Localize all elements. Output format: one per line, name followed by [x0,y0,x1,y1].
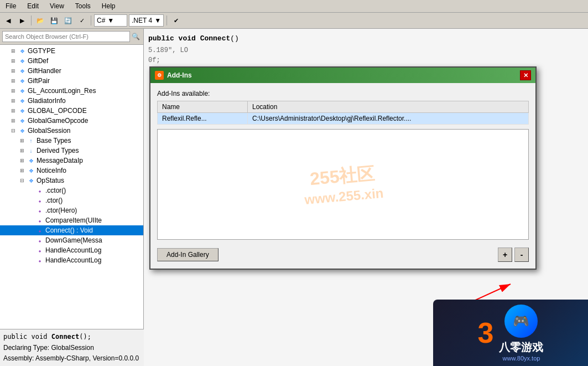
remove-button[interactable]: - [514,248,529,262]
tree-item-giftpair[interactable]: ⊞ ❖ GiftPair [0,76,143,86]
run-button[interactable]: ✔ [170,14,182,27]
tree-item-basetypes[interactable]: ⊞ ↑ Base Types [0,136,143,146]
tree-item-gifthandler[interactable]: ⊞ ❖ GiftHandler [0,66,143,76]
bottom-declaring-type: Declaring Type: GlobalSession [3,343,141,353]
net-dropdown[interactable]: .NET 4 ▼ [129,14,164,27]
dialog-close-button[interactable]: ✕ [520,70,531,80]
label-cctor: .cctor() [45,187,66,194]
tree-item-ggtype[interactable]: ⊞ ❖ GGTYPE [0,46,143,56]
label-glaccountlogin: GL_AccountLogin_Res [28,87,96,95]
separator-3 [166,16,167,25]
tree-item-cctor[interactable]: ⬥ .cctor() [0,185,143,195]
bottom-public: public void [3,333,51,341]
expander-gladiatorinfo: ⊞ [9,96,18,105]
expander-ctor-hero [27,206,35,215]
declaring-type-value: GlobalSession [51,344,94,352]
tree-item-globalsession[interactable]: ⊟ ❖ GlobalSession [0,126,143,136]
refresh-button[interactable]: 🔄 [62,14,74,27]
class-icon-globalgameopcode: ❖ [18,116,27,125]
expander-glaccountlogin: ⊞ [9,86,18,95]
code-method-name: Connect [200,34,231,43]
add-ins-dialog[interactable]: ⚙ Add-Ins ✕ Add-Ins available: Name Loca… [149,66,537,270]
tree-item-giftdef[interactable]: ⊞ ❖ GiftDef [0,56,143,66]
addins-table: Name Location Reflexil.Refle... C:\Users… [157,101,529,125]
tree-item-downgame[interactable]: ⬥ DownGame(Messa [0,235,143,245]
tree-item-handleaccountlog1[interactable]: ⬥ HandleAccountLog [0,245,143,255]
dialog-watermark-2: www.255.xin [304,185,384,208]
tree-item-globalopcode[interactable]: ⊞ ❖ GLOBAL_OPCODE [0,106,143,116]
forward-button[interactable]: ▶ [16,14,28,27]
class-icon-gladiatorinfo: ❖ [18,96,27,105]
label-handleaccountlog1: HandleAccountLog [45,246,101,254]
add-remove-buttons: + - [498,248,529,262]
label-ctor-hero: .ctor(Hero) [45,207,77,214]
tree-area[interactable]: ⊞ ❖ GGTYPE ⊞ ❖ GiftDef ⊞ ❖ GiftHandler ⊞… [0,45,143,366]
table-row[interactable]: Reflexil.Refle... C:\Users\Administrator… [158,113,529,125]
code-secondary-1: 5.189", LO [148,47,584,54]
tree-item-glaccountlogin[interactable]: ⊞ ❖ GL_AccountLogin_Res [0,86,143,96]
label-basetypes: Base Types [37,137,71,145]
ns-icon-opstatus: ❖ [27,176,35,185]
expander-globalsession: ⊟ [9,126,18,135]
bottom-info-panel: public void Connect(); Declaring Type: G… [0,329,144,366]
icon-derivedtypes: ↓ [27,146,35,155]
expander-opstatus: ⊟ [18,176,27,185]
tree-item-handleaccountlog2[interactable]: ⬥ HandleAccountLog [0,255,143,265]
declaring-type-label: Declaring Type: [3,344,51,352]
expander-basetypes: ⊞ [18,136,27,145]
expander-handleaccountlog1 [27,246,35,255]
menu-edit[interactable]: Edit [24,1,42,11]
tree-item-connect[interactable]: ⬥ Connect() : Void [0,225,143,235]
search-bar: 🔍 [0,29,143,45]
dialog-title-area: ⚙ Add-Ins [155,71,192,80]
label-globalgameopcode: GlobalGameOpcode [28,117,88,125]
label-opstatus: OpStatus [37,177,64,184]
expander-connect [27,226,35,235]
ns-icon-globalsession: ❖ [18,126,27,135]
dialog-available-label: Add-Ins available: [157,90,529,97]
label-messagedataip: MessageDataIp [37,157,83,164]
save-button[interactable]: 💾 [48,14,60,27]
tree-item-opstatus[interactable]: ⊟ ❖ OpStatus [0,176,143,185]
language-dropdown[interactable]: C# ▼ [94,14,127,27]
add-button[interactable]: + [498,248,512,262]
tree-item-derivedtypes[interactable]: ⊞ ↓ Derived Types [0,146,143,156]
menu-file[interactable]: File [2,1,19,11]
method-icon-ctor-hero: ⬥ [35,206,44,215]
expander-gifthandler: ⊞ [9,66,18,75]
search-input[interactable] [2,31,130,42]
label-gladiatorinfo: GladiatorInfo [28,97,66,105]
code-display: public void Connect() [148,33,584,44]
menu-tools[interactable]: Tools [72,1,94,11]
open-button[interactable]: 📂 [34,14,46,27]
tree-item-globalgameopcode[interactable]: ⊞ ❖ GlobalGameOpcode [0,116,143,126]
add-in-gallery-button[interactable]: Add-In Gallery [157,248,218,261]
label-giftpair: GiftPair [28,77,50,85]
tree-item-ctor[interactable]: ⬥ .ctor() [0,195,143,205]
label-connect: Connect() : Void [45,226,93,234]
separator-2 [91,16,91,25]
assembly-label: Assembly: [3,354,35,362]
class-icon-messagedataip: ❖ [27,156,35,165]
class-icon-noticeinfo: ❖ [27,166,35,175]
tree-item-ctor-hero[interactable]: ⬥ .ctor(Hero) [0,205,143,215]
menu-view[interactable]: View [46,1,67,11]
expander-downgame [27,236,35,245]
tree-item-compareitem[interactable]: ⬥ CompareItem(UIIte [0,215,143,225]
tree-item-gladiatorinfo[interactable]: ⊞ ❖ GladiatorInfo [0,96,143,106]
label-giftdef: GiftDef [28,57,48,65]
tree-item-noticeinfo[interactable]: ⊞ ❖ NoticeInfo [0,166,143,176]
label-globalopcode: GLOBAL_OPCODE [28,107,87,115]
code-method-paren: () [230,34,239,43]
method-icon-connect: ⬥ [35,226,44,235]
bottom-paren: (); [79,333,91,341]
expander-giftpair: ⊞ [9,76,18,85]
tree-item-messagedataip[interactable]: ⊞ ❖ MessageDataIp [0,156,143,166]
checkmark-button[interactable]: ✓ [76,14,88,27]
expander-ctor [27,196,35,205]
search-icon[interactable]: 🔍 [130,31,141,42]
method-icon-ctor: ⬥ [35,196,44,205]
class-icon-globalopcode: ❖ [18,106,27,115]
back-button[interactable]: ◀ [2,14,14,27]
menu-help[interactable]: Help [98,1,119,11]
